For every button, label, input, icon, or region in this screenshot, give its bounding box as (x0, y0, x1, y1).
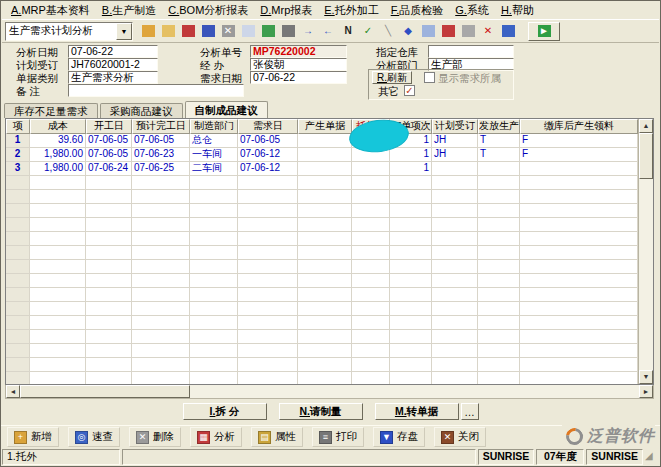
cell[interactable] (520, 330, 638, 344)
cell[interactable] (6, 288, 30, 302)
cell[interactable] (478, 302, 520, 316)
tab-1[interactable]: 采购商品建议 (100, 103, 183, 118)
cell[interactable] (132, 176, 190, 190)
cell[interactable] (132, 190, 190, 204)
cell[interactable] (238, 260, 298, 274)
cell[interactable] (432, 344, 478, 358)
cell[interactable] (86, 176, 132, 190)
cell[interactable] (190, 372, 238, 384)
cell[interactable] (390, 204, 432, 218)
cell[interactable] (390, 330, 432, 344)
analysis-date-field[interactable]: 07-06-22 (68, 45, 158, 58)
cell[interactable] (238, 232, 298, 246)
column-header-0[interactable]: 项 (6, 119, 30, 134)
cell[interactable] (190, 316, 238, 330)
cell[interactable] (190, 302, 238, 316)
cell[interactable] (86, 274, 132, 288)
cell[interactable] (238, 176, 298, 190)
table-row[interactable] (6, 358, 638, 372)
cell[interactable] (520, 302, 638, 316)
cell[interactable] (298, 288, 352, 302)
cell[interactable] (30, 246, 86, 260)
cell[interactable]: JH (432, 134, 478, 148)
cell[interactable] (238, 204, 298, 218)
cell[interactable] (432, 274, 478, 288)
cell[interactable]: 07-06-05 (132, 134, 190, 148)
add-button[interactable]: +新增 (7, 427, 59, 447)
cell[interactable] (190, 204, 238, 218)
table-row[interactable] (6, 344, 638, 358)
other-checkbox[interactable] (404, 85, 415, 96)
menu-item-1[interactable]: B.生产制造 (96, 2, 162, 19)
cell[interactable] (352, 358, 390, 372)
picture-icon[interactable] (258, 22, 278, 41)
cell[interactable] (6, 246, 30, 260)
print-button[interactable]: ≡打印 (312, 427, 364, 447)
cell[interactable] (6, 330, 30, 344)
chart-icon[interactable] (438, 22, 458, 41)
cell[interactable] (238, 302, 298, 316)
cell[interactable] (30, 260, 86, 274)
cell[interactable]: 一车间 (190, 148, 238, 162)
cell[interactable] (298, 330, 352, 344)
column-header-1[interactable]: 成本 (30, 119, 86, 134)
scroll-left-icon[interactable]: ◄ (6, 385, 20, 398)
cell[interactable] (132, 274, 190, 288)
cell[interactable] (298, 218, 352, 232)
cell[interactable] (298, 372, 352, 384)
open-folder-icon[interactable] (138, 22, 158, 41)
cell[interactable] (432, 316, 478, 330)
table-row[interactable]: 31,980.0007-06-2407-06-25二车间07-06-121 (6, 162, 638, 176)
cell[interactable] (352, 330, 390, 344)
cell[interactable] (478, 246, 520, 260)
cell[interactable] (432, 232, 478, 246)
cell[interactable] (390, 274, 432, 288)
cell[interactable] (190, 260, 238, 274)
cell[interactable] (520, 190, 638, 204)
tab-2[interactable]: 自制成品建议 (185, 101, 268, 118)
table-row[interactable]: 21,980.0007-06-0507-06-23一车间07-06-121JHT… (6, 148, 638, 162)
cell[interactable] (6, 358, 30, 372)
cell[interactable] (30, 288, 86, 302)
cell[interactable]: F (520, 134, 638, 148)
cell[interactable] (86, 246, 132, 260)
cell[interactable] (298, 302, 352, 316)
cell[interactable] (190, 274, 238, 288)
menu-item-2[interactable]: C.BOM分析报表 (162, 2, 254, 19)
cell[interactable] (432, 190, 478, 204)
cell[interactable] (238, 274, 298, 288)
cell[interactable] (132, 246, 190, 260)
cell[interactable] (132, 302, 190, 316)
cell[interactable] (238, 330, 298, 344)
cell[interactable] (390, 344, 432, 358)
table-row[interactable] (6, 190, 638, 204)
column-header-6[interactable]: 产生单据 (298, 119, 352, 134)
cell[interactable] (190, 176, 238, 190)
table-row[interactable] (6, 176, 638, 190)
cell[interactable] (86, 330, 132, 344)
note-icon[interactable]: N (338, 22, 358, 41)
cell[interactable] (352, 274, 390, 288)
cell[interactable] (478, 260, 520, 274)
cell[interactable] (432, 176, 478, 190)
cell[interactable]: 07-06-12 (238, 148, 298, 162)
cell[interactable] (238, 190, 298, 204)
cell[interactable] (298, 260, 352, 274)
cell[interactable] (478, 288, 520, 302)
menu-item-7[interactable]: H.帮助 (495, 2, 540, 19)
remark-field[interactable] (68, 84, 244, 97)
cell[interactable] (86, 316, 132, 330)
cell[interactable] (190, 344, 238, 358)
table-row[interactable] (6, 288, 638, 302)
cell[interactable]: 1,980.00 (30, 148, 86, 162)
cell[interactable] (30, 232, 86, 246)
cell[interactable]: 1 (390, 148, 432, 162)
vertical-scrollbar[interactable]: ▲ ▼ (638, 119, 653, 384)
cell[interactable] (432, 260, 478, 274)
cell[interactable]: T (478, 134, 520, 148)
quick-search-button[interactable]: ◎速查 (68, 427, 120, 447)
menu-item-6[interactable]: G.系统 (449, 2, 495, 19)
cell[interactable] (432, 218, 478, 232)
cell[interactable] (6, 316, 30, 330)
cell[interactable] (478, 232, 520, 246)
